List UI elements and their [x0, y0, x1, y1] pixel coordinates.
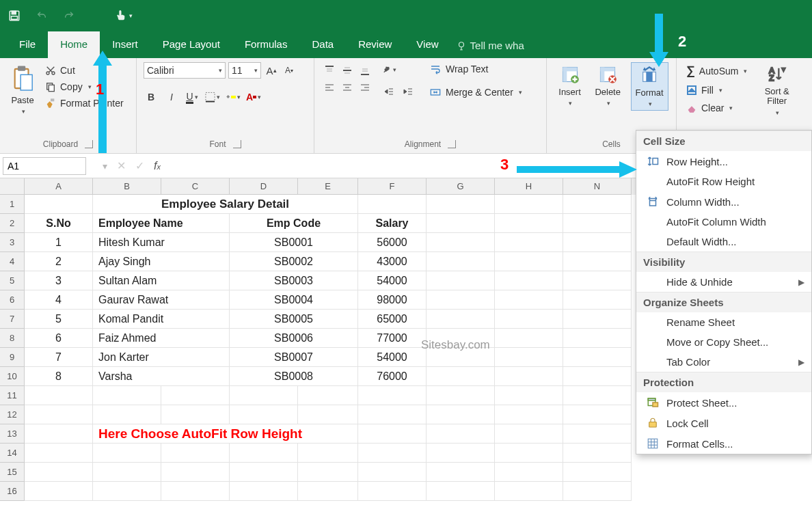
cell-code[interactable]: SB0007	[230, 348, 358, 367]
tell-me[interactable]: Tell me wha	[451, 33, 530, 58]
menu-item-rename-sheet[interactable]: Rename Sheet	[636, 312, 811, 332]
alignment-dialog-launcher[interactable]	[448, 140, 456, 148]
cell[interactable]	[495, 367, 563, 386]
cell[interactable]	[358, 444, 427, 463]
cell-sno[interactable]: 4	[25, 290, 93, 310]
cell[interactable]	[161, 463, 230, 482]
align-bottom-icon[interactable]	[357, 62, 373, 79]
cell[interactable]	[298, 444, 358, 463]
menu-item-format-cells[interactable]: Format Cells...	[636, 433, 811, 454]
clipboard-dialog-launcher[interactable]	[85, 140, 93, 148]
row-header-9[interactable]: 9	[0, 348, 25, 367]
cell[interactable]	[93, 463, 161, 482]
cell-sno[interactable]: 3	[25, 271, 93, 290]
touch-mode-icon[interactable]: ▾	[115, 7, 133, 25]
commit-formula-icon[interactable]: ✓	[135, 159, 144, 172]
cell[interactable]	[298, 463, 358, 482]
redo-icon[interactable]	[60, 7, 78, 25]
select-all-corner[interactable]	[0, 178, 25, 195]
cell[interactable]	[495, 444, 563, 463]
cell[interactable]	[495, 348, 563, 367]
cell[interactable]	[230, 405, 298, 424]
cell-name[interactable]: Sultan Alam	[93, 271, 230, 290]
cell[interactable]	[427, 386, 495, 405]
sheet-title[interactable]: Employee Salary Detail	[93, 195, 358, 214]
cell-sno[interactable]: 1	[25, 233, 93, 252]
cell[interactable]	[495, 214, 563, 233]
cell[interactable]	[427, 482, 495, 501]
fx-icon[interactable]: fx	[154, 160, 161, 172]
cell-sno[interactable]: 8	[25, 367, 93, 386]
copy-button[interactable]: Copy▾	[42, 80, 126, 94]
delete-button[interactable]: Delete▾	[591, 62, 625, 109]
fill-button[interactable]: Fill▾	[684, 83, 750, 97]
cell-salary[interactable]: 43000	[358, 252, 427, 271]
tab-file[interactable]: File	[7, 31, 48, 58]
cell[interactable]	[427, 444, 495, 463]
cell-code[interactable]: SB0002	[230, 252, 358, 271]
cell[interactable]	[563, 195, 632, 214]
cell-name[interactable]: Hitesh Kumar	[93, 233, 230, 252]
format-painter-button[interactable]: Format Painter	[42, 96, 126, 110]
font-color-button[interactable]: A▾	[246, 90, 261, 105]
row-header-3[interactable]: 3	[0, 233, 25, 252]
orientation-icon[interactable]: ab▾	[381, 62, 396, 77]
cell[interactable]	[298, 386, 358, 405]
cell[interactable]	[25, 463, 93, 482]
cell[interactable]	[230, 386, 298, 405]
cancel-formula-icon[interactable]: ✕	[117, 159, 126, 172]
format-button[interactable]: Format▾	[631, 62, 668, 111]
cell[interactable]	[298, 482, 358, 501]
cell[interactable]	[495, 386, 563, 405]
cell[interactable]	[161, 482, 230, 501]
cell[interactable]	[427, 463, 495, 482]
menu-item-hide-unhide[interactable]: Hide & Unhide▶	[636, 272, 811, 292]
cell[interactable]	[495, 233, 563, 252]
cell[interactable]	[563, 405, 632, 424]
cell-code[interactable]: SB0001	[230, 233, 358, 252]
cell[interactable]	[563, 424, 632, 444]
cell[interactable]	[563, 310, 632, 329]
cell[interactable]	[93, 405, 161, 424]
alignment-buttons[interactable]	[321, 62, 373, 96]
row-header-5[interactable]: 5	[0, 271, 25, 290]
font-name-combo[interactable]: Calibri▾	[144, 62, 226, 79]
cell-code[interactable]: SB0006	[230, 329, 358, 348]
row-header-2[interactable]: 2	[0, 214, 25, 233]
cell-code[interactable]: SB0008	[230, 367, 358, 386]
col-header-A[interactable]: A	[25, 178, 93, 195]
cell[interactable]	[161, 405, 230, 424]
header-salary[interactable]: Salary	[358, 214, 427, 233]
cell[interactable]	[563, 214, 632, 233]
cell[interactable]	[563, 444, 632, 463]
cell-salary[interactable]: 56000	[358, 233, 427, 252]
cell[interactable]	[495, 310, 563, 329]
cell-sno[interactable]: 2	[25, 252, 93, 271]
cell[interactable]	[230, 463, 298, 482]
cell[interactable]	[358, 405, 427, 424]
cell[interactable]	[230, 444, 298, 463]
align-center-icon[interactable]	[339, 80, 355, 96]
tab-data[interactable]: Data	[299, 31, 346, 58]
menu-item-row-height[interactable]: Row Height...	[636, 151, 811, 172]
cell[interactable]	[563, 348, 632, 367]
cell[interactable]	[25, 386, 93, 405]
cell[interactable]	[93, 444, 161, 463]
cell-name[interactable]: Varsha	[93, 367, 230, 386]
header-name[interactable]: Employee Name	[93, 214, 230, 233]
save-icon[interactable]	[5, 7, 23, 25]
menu-item-column-width[interactable]: Column Width...	[636, 191, 811, 212]
cell-name[interactable]: Komal Pandit	[93, 310, 230, 329]
sort-filter-button[interactable]: AZ Sort & Filter▾	[754, 62, 800, 119]
row-header-8[interactable]: 8	[0, 329, 25, 348]
col-header-G[interactable]: G	[427, 178, 495, 195]
cell[interactable]	[427, 424, 495, 444]
cell[interactable]	[25, 482, 93, 501]
cell[interactable]	[358, 386, 427, 405]
cell[interactable]	[161, 386, 230, 405]
cell[interactable]	[93, 386, 161, 405]
cell[interactable]	[563, 482, 632, 501]
cell[interactable]	[427, 214, 495, 233]
cell[interactable]	[358, 482, 427, 501]
menu-item-autofit-column-width[interactable]: AutoFit Column Width	[636, 212, 811, 232]
